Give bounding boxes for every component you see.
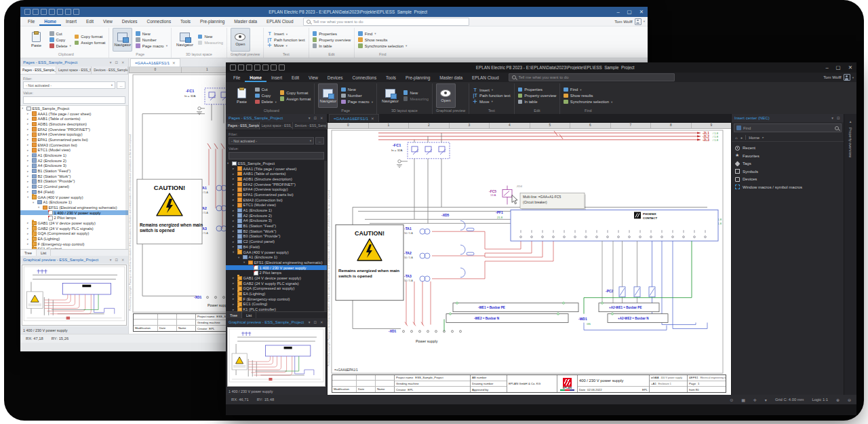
- user-account[interactable]: Tom Wolff▾: [823, 74, 854, 81]
- panel-close-icon[interactable]: ✕: [319, 116, 324, 120]
- minimize-button[interactable]: –: [825, 64, 828, 71]
- ribbon-tab[interactable]: Tools: [381, 73, 401, 82]
- tree-item[interactable]: GAB2 (24 V supply PLC signals): [20, 226, 128, 231]
- page-new-button[interactable]: New: [341, 88, 373, 92]
- ribbon-tab[interactable]: Connections: [348, 73, 382, 82]
- path-function-text-button[interactable]: |TPath function text: [267, 38, 305, 42]
- path-function-text-button[interactable]: |TPath function text: [473, 94, 511, 98]
- tree-item[interactable]: AAB1 (Table of contents): [20, 116, 128, 121]
- tree-item[interactable]: GQA (Compressed air supply): [20, 231, 128, 237]
- tree-item[interactable]: EFS1 (Electrical engineering schematic): [226, 260, 327, 265]
- filter-combobox[interactable]: - Not activated -▾: [23, 81, 115, 89]
- qat-refresh-icon[interactable]: [271, 64, 277, 71]
- tree-item[interactable]: C2 (Control panel): [226, 239, 327, 244]
- qat-open-icon[interactable]: [33, 9, 39, 15]
- assign-format-button[interactable]: Assign format: [280, 96, 311, 101]
- ribbon-tab[interactable]: Home: [39, 17, 61, 26]
- tree-item[interactable]: B2 (Station "Work"): [20, 174, 128, 179]
- tree-item[interactable]: EFA4 (Overview topology): [226, 187, 327, 192]
- close-tab-icon[interactable]: ✕: [172, 61, 176, 65]
- panel-menu-icon[interactable]: ▾: [831, 116, 835, 120]
- snap-icon[interactable]: ⊙: [730, 398, 733, 402]
- close-button[interactable]: ✕: [848, 64, 852, 71]
- tree-item[interactable]: B3 (Station "Provide"): [20, 179, 128, 185]
- ribbon-tab[interactable]: Insert: [61, 17, 81, 26]
- assign-format-button[interactable]: Assign format: [75, 41, 106, 45]
- ribbon-tab[interactable]: Tools: [176, 17, 195, 26]
- synchronize-selection-button[interactable]: Synchronize selection▾: [564, 100, 612, 104]
- ribbon-tab[interactable]: Master data: [435, 73, 467, 82]
- tree-list-tab[interactable]: Tree: [20, 250, 37, 256]
- close-tab-icon[interactable]: ✕: [371, 117, 374, 121]
- layout-new-button[interactable]: New: [403, 90, 429, 95]
- find-button[interactable]: Find▾: [358, 31, 407, 36]
- delete-button[interactable]: Delete▾: [50, 43, 71, 48]
- paste-button[interactable]: Paste: [232, 83, 252, 108]
- qat-new-icon[interactable]: [230, 64, 236, 71]
- tree-item[interactable]: ADB1 (Structure description): [226, 176, 327, 182]
- ribbon-tab[interactable]: Edit: [81, 17, 98, 26]
- graphical-preview[interactable]: [227, 327, 326, 387]
- layout-navigator-button[interactable]: Navigator: [175, 28, 195, 52]
- qat-redo-icon[interactable]: [57, 9, 63, 15]
- qat-open-icon[interactable]: [238, 64, 244, 71]
- synchronize-selection-button[interactable]: Synchronize selection▾: [358, 43, 407, 48]
- tree-item[interactable]: A1 (Enclosure 1): [226, 208, 327, 213]
- panel-close-icon[interactable]: ✕: [120, 60, 125, 64]
- qat-save-icon[interactable]: [41, 9, 47, 15]
- qat-undo-icon[interactable]: [254, 64, 260, 71]
- home-icon[interactable]: ⌂: [735, 136, 738, 140]
- dock-tab[interactable]: Layout space - ESS_Sa...: [56, 66, 92, 74]
- show-results-button[interactable]: Show results: [564, 94, 612, 98]
- tell-me-search[interactable]: Tell me what you want to do: [509, 73, 675, 81]
- ribbon-tab[interactable]: EPLAN Cloud: [262, 17, 298, 26]
- tree-item[interactable]: B4 (Field): [20, 189, 128, 195]
- tree-item[interactable]: 2 Pilot lamps: [226, 270, 327, 275]
- close-button[interactable]: ✕: [639, 9, 644, 15]
- page-navigator-button[interactable]: Navigator: [318, 83, 338, 108]
- tree-item[interactable]: K1 (PLC controller): [226, 307, 327, 311]
- breadcrumb[interactable]: Home: [749, 136, 760, 140]
- page-macro-button[interactable]: Page macro▾: [341, 100, 373, 104]
- tree-item[interactable]: B3 (Station "Provide"): [226, 234, 327, 239]
- maximize-button[interactable]: ▢: [627, 9, 632, 15]
- copy-button[interactable]: Copy: [50, 37, 71, 42]
- panel-menu-icon[interactable]: ▾: [307, 320, 311, 324]
- tree-item[interactable]: GAB1 (24 V device power supply): [226, 275, 327, 281]
- insert-item-devices[interactable]: Devices: [735, 176, 840, 182]
- dock-tab[interactable]: Pages - ESS_Sample_P...: [20, 66, 56, 74]
- in-table-button[interactable]: In table: [518, 100, 557, 104]
- move-button[interactable]: ✛Move▾: [267, 43, 305, 47]
- tree-item[interactable]: EPA1 (Summarized parts list): [226, 192, 327, 197]
- cut-button[interactable]: Cut: [255, 88, 277, 92]
- collapse-icon[interactable]: ▴: [848, 119, 852, 123]
- value-input[interactable]: [23, 96, 125, 104]
- value-input[interactable]: [229, 152, 324, 159]
- ribbon-tab[interactable]: Connections: [142, 17, 176, 26]
- tree-item[interactable]: GAB1 (24 V device power supply): [20, 220, 128, 226]
- qat-new-icon[interactable]: [24, 9, 31, 15]
- ribbon-tab[interactable]: Insert: [267, 73, 287, 82]
- tree-item[interactable]: ESS_Sample_Project: [226, 161, 327, 166]
- tree-item[interactable]: EFS1 (Electrical engineering schematic): [20, 205, 128, 210]
- panel-menu-icon[interactable]: ▾: [108, 60, 113, 64]
- panel-pin-icon[interactable]: ⊡: [114, 60, 119, 64]
- tree-item[interactable]: A2 (Enclosure 2): [20, 158, 128, 163]
- qat-save-icon[interactable]: [246, 64, 252, 71]
- copy-format-button[interactable]: Copy format: [75, 35, 106, 39]
- panel-close-icon[interactable]: ✕: [120, 258, 125, 262]
- insert-item-recent[interactable]: Recent: [735, 145, 840, 151]
- tree-item[interactable]: A1 (Enclosure 1): [20, 199, 128, 205]
- grid-toggle-icon[interactable]: ▦: [741, 398, 745, 402]
- measuring-button[interactable]: Measuring: [403, 96, 429, 101]
- insert-item-window-macros[interactable]: Window macros / symbol macros: [735, 185, 840, 190]
- crosshair-icon[interactable]: ✛: [753, 398, 757, 402]
- page-number-button[interactable]: Number: [136, 37, 167, 42]
- schematic-canvas[interactable]: -2L1-2L2-2L3 / 1.8/ 1.8/ 1.8 -FC1 In = 3…: [328, 129, 731, 395]
- properties-button[interactable]: Properties: [313, 31, 351, 36]
- insert-item-favorites[interactable]: Favorites: [735, 153, 840, 159]
- zoom-out-icon[interactable]: ⊖: [848, 398, 851, 402]
- document-tab[interactable]: =GAA+A1&EFS1/1✕: [329, 114, 379, 122]
- panel-menu-icon[interactable]: ▾: [307, 116, 311, 120]
- dock-tab[interactable]: Pages - ESS_Sample_P...: [226, 122, 260, 130]
